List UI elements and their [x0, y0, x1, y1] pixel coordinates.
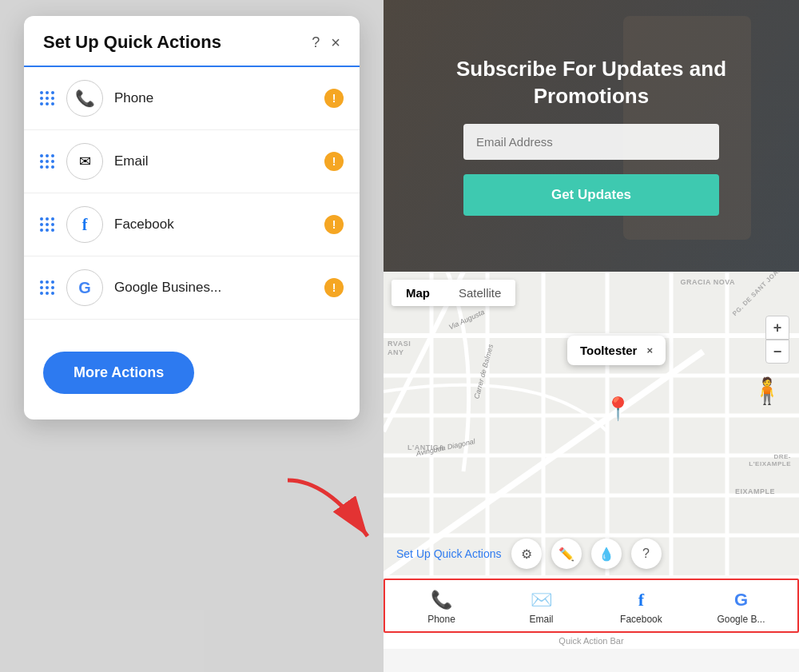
drag-dot: [51, 165, 54, 169]
drag-dot: [40, 97, 43, 100]
help-button[interactable]: ?: [312, 34, 320, 51]
email-input[interactable]: [463, 124, 719, 160]
drop-icon: 💧: [598, 547, 614, 562]
facebook-action-icon: f: [638, 590, 644, 610]
drag-dot: [51, 223, 54, 226]
warning-symbol: !: [332, 218, 336, 231]
map-svg: [384, 272, 799, 575]
drag-dot: [40, 91, 43, 94]
drag-dot: [40, 165, 43, 169]
facebook-action-label: Facebook: [620, 614, 662, 625]
drag-dot: [40, 280, 43, 284]
modal-title: Set Up Quick Actions: [43, 32, 221, 53]
action-icons-bar: 📞 Phone ✉️ Email f Facebook G Google B..…: [384, 579, 799, 633]
modal-overlay: Set Up Quick Actions ? ×: [0, 0, 384, 672]
drag-handle-email[interactable]: [40, 154, 55, 169]
google-icon: G: [78, 279, 91, 297]
drag-dot: [46, 102, 49, 105]
facebook-icon-circle: f: [66, 206, 103, 243]
map-section: GRACIA NOVA Pg. de Sant Joan EIXAMPLE DR…: [384, 272, 799, 575]
drag-dot: [51, 292, 54, 295]
drag-handle-phone[interactable]: [40, 91, 55, 106]
quick-actions-bar: Set Up Quick Actions ⚙ ✏️ 💧 ?: [384, 532, 799, 575]
drag-dot: [40, 229, 43, 232]
drag-dot: [51, 280, 54, 284]
drag-dot: [46, 97, 49, 100]
drag-dot: [40, 154, 43, 157]
drag-handle-facebook[interactable]: [40, 217, 55, 233]
zoom-out-button[interactable]: −: [765, 340, 789, 364]
zoom-in-button[interactable]: +: [765, 316, 789, 340]
google-action-icon: G: [734, 590, 748, 610]
phone-action-label: Phone: [427, 614, 455, 625]
subscribe-section: Subscribe For Updates and Promotions Get…: [384, 0, 799, 272]
drag-dot: [46, 91, 49, 94]
action-icon-phone[interactable]: 📞 Phone: [417, 590, 465, 625]
drag-dot: [46, 280, 49, 284]
drag-dot: [46, 286, 49, 289]
gear-icon-button[interactable]: ⚙: [511, 539, 542, 569]
action-icon-email[interactable]: ✉️ Email: [517, 590, 565, 625]
drag-dot: [51, 97, 54, 100]
map-zoom-controls: + −: [765, 316, 789, 364]
google-icon-circle: G: [66, 269, 103, 306]
drag-dot: [51, 91, 54, 94]
drag-dot: [40, 160, 43, 163]
more-actions-button[interactable]: More Actions: [43, 352, 194, 394]
gracia-nova-label: GRACIA NOVA: [681, 278, 736, 286]
drag-dot: [46, 229, 49, 232]
tab-satellite[interactable]: Satellite: [444, 280, 515, 306]
eixample-label: EIXAMPLE: [735, 487, 775, 495]
dre-leixample-label: DRE-L'EIXAMPLE: [749, 453, 791, 467]
drag-dot: [51, 160, 54, 163]
drag-dot: [40, 292, 43, 295]
drag-dot: [40, 102, 43, 105]
drag-dot: [40, 223, 43, 226]
drag-dot: [51, 217, 54, 221]
pen-icon-button[interactable]: ✏️: [551, 539, 582, 569]
drag-dot: [40, 217, 43, 221]
gear-icon: ⚙: [521, 547, 532, 562]
email-label: Email: [114, 153, 313, 169]
tooltip-label: Tooltester: [580, 344, 637, 357]
quick-action-bar-label: Quick Action Bar: [384, 633, 799, 649]
quick-actions-link[interactable]: Set Up Quick Actions: [396, 547, 502, 560]
phone-icon: 📞: [75, 89, 95, 108]
subscribe-title: Subscribe For Updates and Promotions: [400, 56, 783, 110]
question-icon: ?: [642, 547, 650, 561]
drag-dot: [51, 154, 54, 157]
close-button[interactable]: ×: [331, 34, 340, 50]
website-panel: Subscribe For Updates and Promotions Get…: [384, 0, 799, 672]
phone-warning-icon: !: [324, 89, 344, 108]
google-label: Google Busines...: [114, 280, 313, 296]
drag-dot: [46, 292, 49, 295]
drag-handle-google[interactable]: [40, 280, 55, 296]
modal-header: Set Up Quick Actions ? ×: [24, 16, 360, 67]
map-tabs: Map Satellite: [392, 280, 515, 306]
facebook-icon: f: [82, 216, 88, 234]
tab-map[interactable]: Map: [392, 280, 444, 306]
pen-icon: ✏️: [559, 547, 574, 562]
email-action-icon: ✉️: [531, 590, 552, 610]
email-icon: ✉: [79, 153, 91, 170]
drag-dot: [46, 160, 49, 163]
modal-header-actions: ? ×: [312, 34, 340, 51]
list-item: G Google Busines... !: [24, 256, 360, 320]
action-icon-facebook[interactable]: f Facebook: [617, 590, 665, 625]
drag-dot: [46, 223, 49, 226]
drag-dot: [40, 286, 43, 289]
google-warning-icon: !: [324, 278, 344, 297]
warning-symbol: !: [332, 92, 336, 105]
email-icon-circle: ✉: [66, 143, 103, 180]
email-warning-icon: !: [324, 152, 344, 171]
tooltip-close-button[interactable]: ×: [646, 344, 653, 356]
map-pin: 📍: [604, 396, 632, 422]
get-updates-button[interactable]: Get Updates: [463, 174, 719, 216]
drag-dot: [46, 217, 49, 221]
drop-icon-button[interactable]: 💧: [591, 539, 622, 569]
list-item: 📞 Phone !: [24, 67, 360, 130]
question-icon-button[interactable]: ?: [631, 539, 662, 569]
list-item: ✉ Email !: [24, 130, 360, 193]
action-icon-google[interactable]: G Google B...: [717, 590, 765, 625]
warning-symbol: !: [332, 281, 336, 294]
